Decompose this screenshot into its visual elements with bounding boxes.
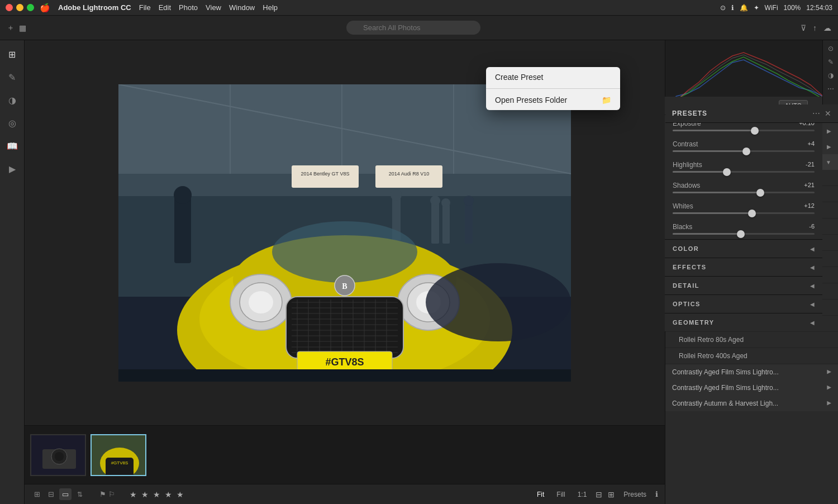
menu-file[interactable]: File: [139, 3, 151, 12]
search-input[interactable]: [346, 21, 480, 35]
panel-icon-2[interactable]: ✎: [828, 58, 834, 66]
flag-icon[interactable]: ⚑: [99, 490, 106, 498]
left-sidebar: ⊞ ✎ ◑ ◎ 📖 ▶: [0, 40, 25, 504]
svg-point-61: [55, 452, 64, 461]
menu-help[interactable]: Help: [263, 3, 278, 12]
highlights-thumb[interactable]: [723, 168, 731, 176]
contrast-label: Contrast: [673, 140, 698, 148]
sidebar-edit-icon[interactable]: ✎: [5, 69, 19, 86]
grid-view-icon[interactable]: ⊞: [31, 488, 43, 500]
svg-rect-18: [292, 165, 359, 188]
sort-icon[interactable]: ⇅: [77, 491, 83, 498]
highlights-track: [673, 171, 815, 173]
fill-button[interactable]: Fill: [553, 489, 568, 500]
compare-icon[interactable]: ⊟: [596, 490, 602, 499]
sidebar-develop-icon[interactable]: ◑: [5, 92, 20, 109]
fullscreen-button[interactable]: [27, 4, 34, 11]
app-name: Adobe Lightroom CC: [58, 3, 131, 12]
toolbar-left: ＋ ▦: [7, 23, 26, 33]
create-preset-label: Create Preset: [495, 73, 543, 82]
whites-thumb[interactable]: [748, 210, 756, 217]
preset-item-10[interactable]: Rollei Retro 80s Aged: [665, 332, 838, 348]
highlights-label: Highlights: [673, 161, 702, 169]
preset-group-4-label: Contrastly Aged Film Sims Lightro...: [672, 384, 779, 392]
exposure-thumb[interactable]: [751, 127, 759, 135]
exposure-track: [673, 130, 815, 131]
menu-view[interactable]: View: [206, 3, 221, 12]
fit-button[interactable]: Fit: [534, 489, 547, 500]
minimize-button[interactable]: [16, 4, 23, 11]
preset-item-11[interactable]: Rollei Retro 400s Aged: [665, 348, 838, 364]
menubar-right: ⊙ ℹ 🔔 ✦ WiFi 100% 12:54:03: [720, 4, 832, 12]
contrast-thumb[interactable]: [742, 148, 750, 155]
svg-point-13: [441, 198, 450, 207]
menu-window[interactable]: Window: [229, 3, 255, 12]
color-section-header[interactable]: COLOR ◀: [665, 239, 822, 258]
detail-section-header[interactable]: DETAIL ◀: [665, 276, 822, 294]
blacks-label: Blacks: [673, 223, 692, 231]
grid-icon[interactable]: ▦: [19, 23, 26, 32]
menu-photo[interactable]: Photo: [179, 3, 198, 12]
exposure-fill: [673, 130, 755, 131]
sidebar-browse-icon[interactable]: ⊞: [5, 46, 19, 63]
contrast-row: Contrast +4: [665, 136, 822, 156]
11-button[interactable]: 1:1: [574, 489, 591, 500]
add-icon[interactable]: ＋: [7, 23, 15, 33]
split-icon[interactable]: ⊞: [608, 490, 615, 499]
panel-icon-4[interactable]: ⋯: [827, 85, 834, 93]
presets-actions: ⋯ ✕: [812, 109, 831, 118]
single-view-icon[interactable]: ▭: [59, 488, 72, 500]
main-layout: ⊞ ✎ ◑ ◎ 📖 ▶: [0, 40, 838, 504]
menu-edit[interactable]: Edit: [159, 3, 171, 12]
whites-fill: [673, 212, 752, 214]
geometry-section-header[interactable]: GEOMETRY ◀: [665, 313, 822, 331]
filter-icon[interactable]: ⊽: [801, 23, 806, 32]
effects-section-header[interactable]: EFFECTS ◀: [665, 258, 822, 276]
shadows-thumb[interactable]: [756, 189, 764, 197]
cloud-icon[interactable]: ☁: [823, 23, 831, 32]
panel-icon-1[interactable]: ⊙: [828, 45, 834, 53]
whites-row: Whites +12: [665, 198, 822, 218]
whites-value: +12: [804, 202, 815, 210]
presets-close-icon[interactable]: ✕: [825, 109, 831, 118]
shadows-track: [673, 192, 815, 193]
detail-section-arrow: ◀: [810, 283, 815, 289]
wifi-icon: WiFi: [765, 4, 778, 12]
sidebar-map-icon[interactable]: ◎: [5, 115, 20, 132]
blacks-thumb[interactable]: [737, 230, 745, 238]
preset-group-5[interactable]: Contrastly Autumn & Harvest Ligh... ◀: [665, 396, 838, 411]
presets-more-icon[interactable]: ⋯: [812, 109, 820, 118]
sidebar-slideshow-icon[interactable]: ▶: [6, 160, 19, 178]
presets-title: PRESETS: [672, 110, 812, 117]
color-section-title: COLOR: [673, 245, 810, 252]
filmstrip-thumb-2[interactable]: #GTV8S: [91, 434, 146, 476]
preset-group-4[interactable]: Contrastly Aged Film Sims Lightro... ◀: [665, 380, 838, 396]
preset-group-3[interactable]: Contrastly Aged Film Sims Lightro... ◀: [665, 364, 838, 380]
open-folder-item[interactable]: Open Presets Folder 📁: [486, 90, 620, 110]
presets-label[interactable]: Presets: [620, 489, 650, 500]
flag-icon-2[interactable]: ⚐: [108, 490, 115, 498]
create-preset-item[interactable]: Create Preset: [486, 67, 620, 87]
dropdown-menu: Create Preset Open Presets Folder 📁: [486, 67, 620, 110]
preset-group-3-arrow: ◀: [827, 369, 831, 375]
close-button[interactable]: [6, 4, 13, 11]
svg-rect-56: [118, 369, 571, 382]
geometry-section-title: GEOMETRY: [673, 319, 810, 326]
star-rating[interactable]: ★ ★ ★ ★ ★: [130, 490, 185, 499]
svg-point-30: [249, 291, 273, 313]
highlights-row: Highlights -21: [665, 156, 822, 177]
square-grid-icon[interactable]: ⊟: [45, 488, 57, 500]
filmstrip-thumb-1[interactable]: [30, 434, 86, 476]
view-icons: ⊞ ⊟ ▭: [31, 488, 72, 500]
traffic-lights: [6, 4, 34, 11]
info-icon-bottom[interactable]: ℹ: [655, 490, 658, 498]
panel-icon-3[interactable]: ◑: [828, 72, 834, 79]
optics-section-header[interactable]: OPTICS ◀: [665, 294, 822, 313]
svg-rect-12: [442, 205, 450, 244]
optics-section-title: OPTICS: [673, 301, 810, 307]
svg-rect-10: [431, 202, 439, 244]
bottom-bar: ⊞ ⊟ ▭ ⇅ ⚑ ⚐ ★ ★ ★ ★ ★ Fit Fill 1:1 ⊟ ⊞ P…: [25, 484, 665, 504]
apple-menu[interactable]: 🍎: [40, 3, 50, 13]
sidebar-book-icon[interactable]: 📖: [3, 137, 21, 155]
upload-icon[interactable]: ↑: [813, 23, 817, 32]
